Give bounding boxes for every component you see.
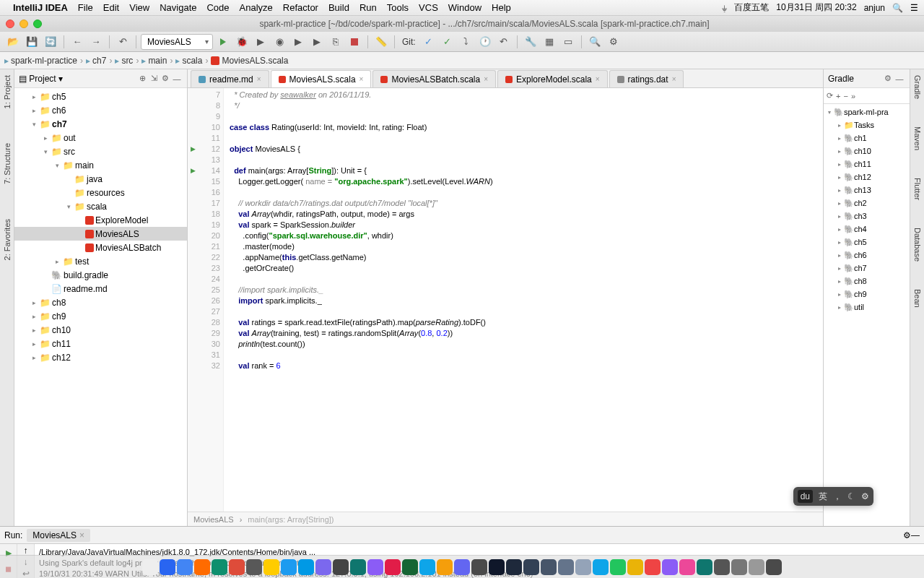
tab-MoviesALSBatch.scala[interactable]: MoviesALSBatch.scala× [372,70,496,87]
menu-analyze[interactable]: Analyze [240,2,273,13]
coverage-icon[interactable]: ▶ [252,34,269,50]
scroll-from-source-icon[interactable]: ⊕ [136,74,148,83]
dock-app-31[interactable] [679,559,695,575]
crumb-3[interactable]: ▸ main [141,56,167,66]
tab-ratings.dat[interactable]: ratings.dat× [609,70,684,87]
gradle-ch9[interactable]: ▸🐘ch9 [825,288,908,301]
crumb-4[interactable]: ▸ scala [175,56,202,66]
gradle-ch1[interactable]: ▸🐘ch1 [825,131,908,144]
attach-icon[interactable]: ⎘ [327,34,344,50]
gradle-ch13[interactable]: ▸🐘ch13 [825,184,908,197]
dock-app-15[interactable] [402,559,418,575]
dock-app-16[interactable] [419,559,435,575]
profile-icon[interactable]: ◉ [271,34,288,50]
dock-app-4[interactable] [212,559,227,575]
build-icon[interactable]: 🔧 [522,34,539,50]
dock-app-11[interactable] [333,559,349,575]
gradle-refresh-icon[interactable]: ⟳ [827,91,833,100]
tree-item-MoviesALSBatch[interactable]: MoviesALSBatch [14,241,187,254]
tab-close-icon[interactable]: × [359,75,364,83]
bean-tool-tab[interactable]: Bean [913,286,922,311]
forward-icon[interactable]: → [87,34,105,50]
jrebel-debug-icon[interactable]: ▶ [308,34,326,50]
save-icon[interactable]: 💾 [23,34,40,50]
ime-punct[interactable]: ， [833,491,842,503]
menu-navigate[interactable]: Navigate [160,2,196,13]
menu-run[interactable]: Run [359,2,377,13]
git-commit-icon[interactable]: ✓ [439,34,456,50]
tab-close-icon[interactable]: × [672,75,676,83]
ime-label[interactable]: 百度五笔 [734,1,769,14]
open-icon[interactable]: 📂 [4,34,22,50]
dock-app-21[interactable] [506,559,522,575]
window-close[interactable] [6,20,14,28]
gradle-ch2[interactable]: ▸🐘ch2 [825,197,908,210]
dock-app-35[interactable] [749,559,764,575]
spotlight-icon[interactable]: 🔍 [892,3,903,13]
tree-item-ch7[interactable]: ▾📁ch7 [14,117,187,131]
settings-icon[interactable]: ⚙ [605,34,622,50]
gradle-ch5[interactable]: ▸🐘ch5 [825,236,908,249]
tree-item-ch8[interactable]: ▸📁ch8 [14,296,187,309]
macos-dock[interactable] [0,555,924,578]
app-name[interactable]: IntelliJ IDEA [13,2,68,13]
gradle-remove-icon[interactable]: − [843,92,847,100]
jrebel-run-icon[interactable]: ▶ [289,34,307,50]
gradle-ch6[interactable]: ▸🐘ch6 [825,249,908,262]
run-settings-icon[interactable]: ⚙ [903,530,911,540]
tab-MoviesALS.scala[interactable]: MoviesALS.scala× [271,70,372,87]
dock-app-17[interactable] [437,559,453,575]
git-revert-icon[interactable]: ↶ [495,34,513,50]
editor-code[interactable]: * Created by seawalker on 2016/11/19. */… [224,88,823,512]
editor-gutter[interactable]: 7891011▶1213▶141516171819202122232425262… [188,88,224,512]
tree-item-java[interactable]: 📁java [14,172,187,186]
menu-vcs[interactable]: VCS [419,2,438,13]
dock-app-23[interactable] [541,559,557,575]
dock-app-33[interactable] [714,559,730,575]
dock-app-32[interactable] [697,559,712,575]
gradle-expand-icon[interactable]: » [851,92,855,100]
gradle-add-icon[interactable]: + [836,92,840,100]
dock-app-0[interactable] [142,559,158,575]
up-icon[interactable]: ↑ [24,545,28,556]
debug-icon[interactable]: 🐞 [233,34,250,50]
sync-icon[interactable]: 🔄 [42,34,59,50]
dock-app-8[interactable] [281,559,297,575]
tab-readme.md[interactable]: readme.md× [191,70,269,87]
dock-app-2[interactable] [177,559,193,575]
collapse-icon[interactable]: ⇲ [148,74,160,83]
tree-item-ch12[interactable]: ▸📁ch12 [14,350,187,364]
gradle-ch12[interactable]: ▸🐘ch12 [825,171,908,184]
gradle-ch8[interactable]: ▸🐘ch8 [825,275,908,288]
dock-app-9[interactable] [298,559,314,575]
stop-icon[interactable] [346,34,363,50]
dock-app-25[interactable] [575,559,591,575]
gradle-ch4[interactable]: ▸🐘ch4 [825,223,908,236]
dock-app-18[interactable] [454,559,470,575]
menu-window[interactable]: Window [448,2,481,13]
ime-du-icon[interactable]: du [798,490,813,503]
run-config-combo[interactable]: MoviesALS [141,34,213,50]
structure-tool-tab[interactable]: 7: Structure [3,140,12,187]
structure-icon[interactable]: ▦ [541,34,558,50]
git-update-icon[interactable]: ✓ [420,34,437,50]
dock-app-12[interactable] [350,559,366,575]
crumb-5[interactable]: MoviesALS.scala [211,56,288,66]
ime-toolbar[interactable]: du 英 ， ☾ ⚙ [793,487,873,506]
tree-item-main[interactable]: ▾📁main [14,158,187,172]
gradle-util[interactable]: ▸🐘util [825,301,908,314]
tab-ExploreModel.scala[interactable]: ExploreModel.scala× [497,70,608,87]
crumb-1[interactable]: ▸ ch7 [86,56,106,66]
gradle-tree[interactable]: ▾🐘spark-ml-pra▸📁Tasks▸🐘ch1▸🐘ch10▸🐘ch11▸🐘… [824,104,910,526]
dock-app-34[interactable] [731,559,747,575]
dock-app-3[interactable] [194,559,210,575]
menu-tools[interactable]: Tools [387,2,409,13]
panel-settings-icon[interactable]: ⚙ [160,74,171,83]
dock-app-10[interactable] [315,559,331,575]
gradle-ch10[interactable]: ▸🐘ch10 [825,144,908,158]
run-hide-icon[interactable]: — [911,530,920,540]
gradle-Tasks[interactable]: ▸📁Tasks [825,118,908,131]
menu-refactor[interactable]: Refactor [283,2,318,13]
dock-app-30[interactable] [662,559,678,575]
gradle-settings-icon[interactable]: ⚙ [882,74,894,83]
